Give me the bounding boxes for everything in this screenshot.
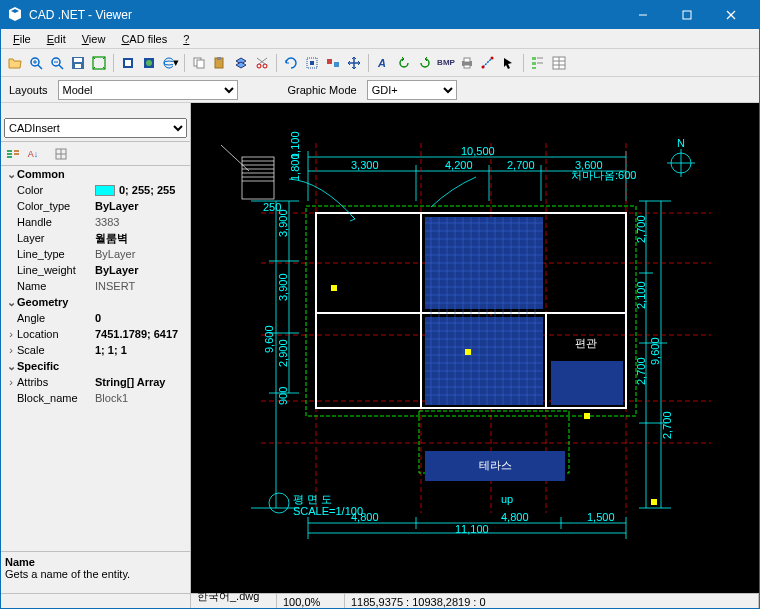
props-button[interactable] [549,53,569,73]
measure-button[interactable] [478,53,498,73]
maximize-button[interactable] [665,1,709,29]
zoom-out-button[interactable] [47,53,67,73]
svg-line-153 [221,145,249,171]
toolbar: ▾ A BMP [1,49,759,77]
svg-text:2,700: 2,700 [661,411,673,439]
prop-row[interactable]: Line_weightByLayer [1,262,190,278]
graphic-mode-select[interactable]: GDI+ [367,80,457,100]
svg-text:2,100: 2,100 [635,281,647,309]
prop-row[interactable]: Handle3383 [1,214,190,230]
cut-button[interactable] [252,53,272,73]
prop-row[interactable]: NameINSERT [1,278,190,294]
prop-row[interactable]: Block_nameBlock1 [1,390,190,406]
undo-button[interactable] [281,53,301,73]
print-button[interactable] [457,53,477,73]
svg-text:11,100: 11,100 [455,523,489,535]
category-sort-icon[interactable] [4,145,22,163]
menu-view[interactable]: View [74,31,114,47]
svg-line-9 [59,65,63,69]
svg-rect-32 [334,62,339,67]
prop-row[interactable]: Layer월룸벽 [1,230,190,246]
menu-help[interactable]: ? [175,31,197,47]
select-button[interactable] [302,53,322,73]
prop-row[interactable]: ›Location7451.1789; 6417 [1,326,190,342]
prop-category[interactable]: ⌄Specific [1,358,190,374]
copy-button[interactable] [189,53,209,73]
close-button[interactable] [709,1,753,29]
svg-text:1,500: 1,500 [587,511,615,523]
rotate-left-button[interactable] [394,53,414,73]
status-coords: 1185,9375 : 10938,2819 : 0 [345,594,759,609]
prop-row[interactable]: Angle0 [1,310,190,326]
grid-icon[interactable] [52,145,70,163]
svg-text:편관: 편관 [575,337,597,349]
prop-row[interactable]: ›Scale1; 1; 1 [1,342,190,358]
rotate-right-button[interactable] [415,53,435,73]
open-button[interactable] [5,53,25,73]
svg-text:처마나옴:600: 처마나옴:600 [571,169,636,181]
svg-rect-24 [217,57,221,60]
text-button[interactable]: A [373,53,393,73]
orbit-button[interactable]: ▾ [160,53,180,73]
cad-drawing: 10,500 3,300 4,200 2,700 3,600 4,800 11,… [191,103,759,593]
window-button[interactable] [139,53,159,73]
svg-rect-36 [464,65,470,68]
svg-text:250: 250 [263,201,281,213]
svg-rect-53 [14,153,19,155]
alpha-sort-icon[interactable]: A↓ [24,145,42,163]
entity-selector[interactable]: CADInsert [4,118,187,138]
arrow-button[interactable] [499,53,519,73]
svg-rect-22 [197,60,204,68]
svg-rect-13 [75,64,81,68]
prop-row[interactable]: Line_typeByLayer [1,246,190,262]
svg-point-38 [482,65,485,68]
svg-text:테라스: 테라스 [479,459,512,471]
svg-rect-51 [7,156,12,158]
box-button[interactable] [118,53,138,73]
svg-rect-41 [532,62,536,65]
svg-rect-30 [310,61,314,65]
svg-text:2,700: 2,700 [635,357,647,385]
layouts-select[interactable]: Model [58,80,238,100]
svg-text:N: N [677,137,685,149]
property-grid[interactable]: ⌄CommonColor0; 255; 255Color_typeByLayer… [1,166,190,551]
save-button[interactable] [68,53,88,73]
prop-row[interactable]: Color0; 255; 255 [1,182,190,198]
cad-canvas[interactable]: 10,500 3,300 4,200 2,700 3,600 4,800 11,… [191,103,759,593]
bmp-button[interactable]: BMP [436,53,456,73]
svg-point-39 [491,56,494,59]
svg-point-26 [263,64,267,68]
svg-point-25 [257,64,261,68]
svg-point-18 [146,60,152,66]
svg-rect-49 [7,150,12,152]
pan-button[interactable] [344,53,364,73]
svg-text:3,900: 3,900 [277,273,289,301]
prop-category[interactable]: ⌄Common [1,166,190,182]
svg-text:1,100: 1,100 [289,131,301,159]
svg-text:SCALE=1/100: SCALE=1/100 [293,505,363,517]
svg-text:9,600: 9,600 [263,325,275,353]
svg-rect-1 [683,11,691,19]
zoom-in-button[interactable] [26,53,46,73]
prop-category[interactable]: ⌄Geometry [1,294,190,310]
svg-rect-50 [7,153,12,155]
tree-button[interactable] [528,53,548,73]
status-zoom: 100,0% [277,594,345,609]
swap-button[interactable] [323,53,343,73]
prop-row[interactable]: Color_typeByLayer [1,198,190,214]
menu-file[interactable]: File [5,31,39,47]
prop-row[interactable]: ›AttribsString[] Array [1,374,190,390]
window-title: CAD .NET - Viewer [29,8,621,22]
layers-button[interactable] [231,53,251,73]
svg-line-37 [483,58,492,67]
fit-button[interactable] [89,53,109,73]
svg-text:A: A [377,57,386,69]
minimize-button[interactable] [621,1,665,29]
menu-edit[interactable]: Edit [39,31,74,47]
menu-cad-files[interactable]: CAD files [113,31,175,47]
svg-text:2,700: 2,700 [635,215,647,243]
svg-text:900: 900 [277,387,289,405]
paste-button[interactable] [210,53,230,73]
svg-text:평 면 도: 평 면 도 [293,493,332,505]
main-area: CADInsert A↓ ⌄CommonColor0; 255; 255Colo… [1,103,759,593]
